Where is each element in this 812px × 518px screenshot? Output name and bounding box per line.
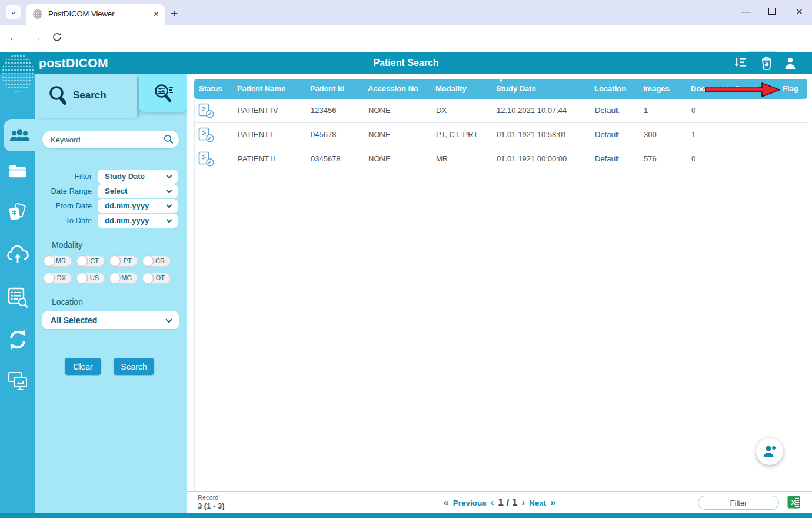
- sidebar-item-patients[interactable]: [4, 119, 35, 151]
- postdicom-viewer-window: ⌄ PostDICOM Viewer × + — × ← → germany.p…: [0, 0, 812, 518]
- excel-export-icon[interactable]: X: [787, 496, 800, 509]
- add-user-icon: [763, 444, 777, 459]
- location-label: Location: [52, 297, 83, 307]
- tab-advanced-search[interactable]: [139, 74, 187, 112]
- sidebar-item-sync[interactable]: [7, 328, 28, 353]
- tab-search-button[interactable]: ⌄: [6, 5, 21, 19]
- last-page-icon[interactable]: »: [550, 497, 555, 508]
- previous-page-button[interactable]: Previous: [453, 499, 487, 507]
- toggle-knob: [77, 273, 87, 283]
- patient-row[interactable]: PATIENT IV 123456 NONE DX 12.10.2021 10:…: [195, 99, 807, 123]
- col-accession-no[interactable]: Accession No: [363, 79, 431, 99]
- col-study-date[interactable]: ▼ Study Date: [491, 79, 590, 99]
- col-location[interactable]: Location: [590, 79, 638, 99]
- search-button[interactable]: Search: [114, 358, 154, 375]
- modality-toggle-label: CR: [155, 256, 165, 266]
- previous-arrow-icon[interactable]: ‹: [491, 497, 494, 509]
- col-flag[interactable]: Flag: [778, 79, 807, 99]
- modality-toggle[interactable]: PT: [109, 255, 138, 267]
- table-body: PATIENT IV 123456 NONE DX 12.10.2021 10:…: [194, 99, 807, 491]
- documents-count-cell: 0: [687, 147, 778, 171]
- modality-toggle[interactable]: MR: [44, 255, 72, 267]
- modality-toggle[interactable]: US: [76, 273, 105, 284]
- col-patient-name[interactable]: Patient Name: [232, 79, 305, 99]
- modality-toggle-label: OT: [156, 273, 165, 283]
- modality-cell: DX: [431, 99, 492, 122]
- images-cell: 1: [639, 99, 687, 122]
- patient-name-cell: PATIENT IV: [233, 99, 306, 122]
- cloud-upload-icon: [6, 244, 29, 264]
- study-date-cell: 12.10.2021 10:07:44: [492, 99, 590, 122]
- pagination: « Previous ‹ 1 / 1 › Next »: [444, 492, 556, 514]
- filter-dropdown[interactable]: Study Date: [98, 170, 178, 184]
- modality-toggle[interactable]: CR: [142, 255, 171, 267]
- keyword-search-icon[interactable]: [164, 134, 174, 147]
- sort-descending-caret-icon: ▼: [498, 78, 503, 84]
- clear-button[interactable]: Clear: [65, 358, 101, 375]
- next-page-button[interactable]: Next: [529, 499, 546, 507]
- sidebar-item-patient-cards[interactable]: [7, 203, 28, 227]
- sidebar-item-cloud-upload[interactable]: [6, 244, 29, 267]
- filter-dropdown[interactable]: dd.mm.yyyy: [98, 214, 178, 228]
- reload-icon[interactable]: [52, 32, 62, 45]
- modality-toggle-label: MG: [121, 273, 132, 283]
- col-study-date-label: Study Date: [496, 84, 536, 93]
- filter-row: To Date dd.mm.yyyy: [35, 214, 187, 228]
- location-dropdown[interactable]: All Selected: [42, 311, 179, 329]
- patient-row[interactable]: PATIENT II 0345678 NONE MR 01.01.1921 00…: [195, 147, 807, 171]
- sidebar-item-remote-connect[interactable]: [6, 371, 29, 394]
- forward-icon[interactable]: →: [31, 31, 42, 44]
- chevron-down-icon: [167, 173, 172, 179]
- modality-toggle[interactable]: CT: [76, 255, 105, 267]
- patient-record-status-icon: [198, 103, 214, 118]
- date-filter-group: Filter Study Date Date Range Select: [35, 170, 187, 228]
- sort-descending-icon[interactable]: [733, 57, 747, 72]
- table-footer: Record 3 (1 - 3) « Previous ‹ 1 / 1 › Ne…: [187, 491, 812, 513]
- tab-close-icon[interactable]: ×: [154, 4, 159, 25]
- col-images[interactable]: Images: [638, 79, 686, 99]
- filter-value: Study Date: [105, 170, 145, 184]
- modality-toggle[interactable]: DX: [44, 273, 72, 284]
- window-close-icon[interactable]: ×: [796, 5, 803, 19]
- col-modality[interactable]: Modality: [431, 79, 491, 99]
- modality-toggle[interactable]: MG: [109, 273, 138, 284]
- new-tab-button[interactable]: +: [171, 3, 178, 24]
- modality-toggle-label: US: [90, 273, 99, 283]
- filter-label: Filter: [35, 170, 98, 184]
- share-patient-button[interactable]: [756, 438, 783, 465]
- filter-value: dd.mm.yyyy: [105, 214, 149, 228]
- browser-tab[interactable]: PostDICOM Viewer ×: [26, 4, 165, 25]
- minimize-icon[interactable]: —: [741, 5, 751, 19]
- footer-filter-button[interactable]: Filter: [698, 496, 779, 510]
- filter-dropdown[interactable]: dd.mm.yyyy: [98, 199, 178, 213]
- modality-cell: MR: [431, 147, 492, 171]
- location-cell: Default: [590, 147, 639, 171]
- sync-arrows-icon: [7, 328, 28, 351]
- chevron-down-icon: [167, 217, 172, 223]
- filter-label: From Date: [35, 199, 98, 213]
- recycle-bin-icon[interactable]: [760, 57, 773, 72]
- main-sidebar: [0, 74, 35, 513]
- next-arrow-icon[interactable]: ›: [521, 497, 525, 509]
- sidebar-item-folders[interactable]: [8, 164, 27, 181]
- modality-toggle[interactable]: OT: [142, 273, 171, 284]
- filter-row: Filter Study Date: [35, 170, 187, 184]
- account-icon[interactable]: [784, 57, 797, 72]
- patient-row[interactable]: PATIENT I 045678 NONE PT, CT, PRT 01.01.…: [195, 123, 807, 147]
- toggle-knob: [110, 256, 120, 266]
- col-patient-id[interactable]: Patient Id: [305, 79, 363, 99]
- patient-name-cell: PATIENT II: [233, 147, 306, 171]
- filter-dropdown[interactable]: Select: [98, 184, 178, 198]
- tab-basic-search[interactable]: Search: [35, 74, 137, 118]
- sidebar-item-study-list[interactable]: [7, 287, 28, 310]
- col-status[interactable]: Status: [194, 79, 232, 99]
- study-date-cell: 01.01.1921 10:58:01: [492, 123, 590, 147]
- patient-record-status-icon: [198, 151, 214, 167]
- advanced-search-icon: [153, 83, 174, 104]
- flag-cell: [778, 147, 807, 171]
- browser-tab-strip: ⌄ PostDICOM Viewer × + — ×: [0, 0, 812, 25]
- first-page-icon[interactable]: «: [444, 497, 449, 508]
- keyword-input[interactable]: [42, 131, 179, 148]
- back-icon[interactable]: ←: [8, 31, 19, 44]
- maximize-icon[interactable]: [768, 8, 776, 15]
